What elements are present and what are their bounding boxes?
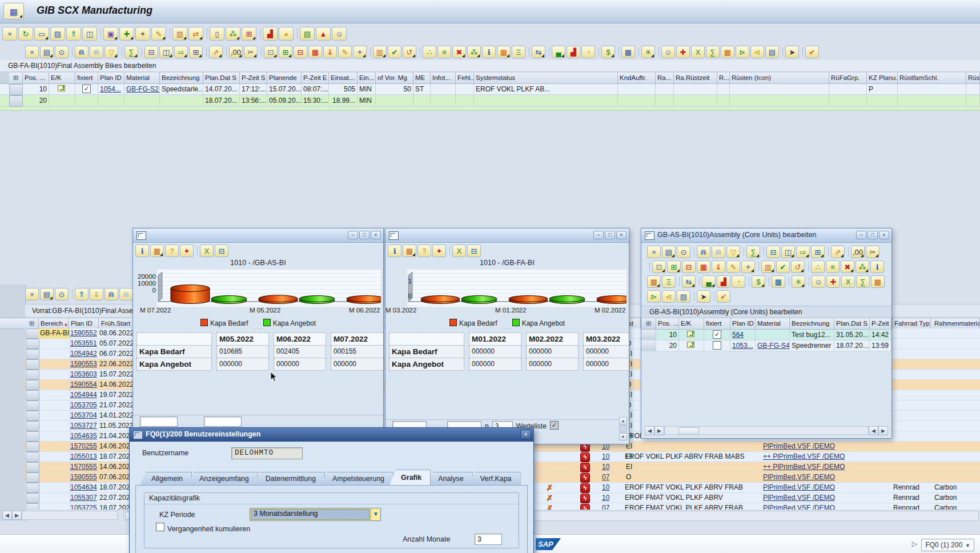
row-selector[interactable]	[26, 452, 39, 462]
settings-button[interactable]: ✦	[353, 46, 367, 58]
cut-button[interactable]: ✂	[866, 246, 879, 258]
maximize-button[interactable]: □	[867, 231, 878, 239]
selector-header[interactable]: ⊞	[9, 72, 23, 84]
plprimbed-link[interactable]: ++ PlPrimBed.VSF /DEMO	[763, 463, 845, 471]
insert-row-button[interactable]: ⊞	[279, 46, 292, 58]
plan-id-link[interactable]: 1055307	[70, 494, 97, 502]
refresh-pair-button[interactable]: ⇆	[532, 46, 545, 58]
row-selector[interactable]	[9, 84, 23, 95]
exception-link[interactable]: 07	[602, 473, 609, 481]
plan-id-link[interactable]: 1570555	[70, 463, 97, 471]
pie-chart-button[interactable]: ◔	[732, 275, 745, 288]
system-field[interactable]: FQ0 (1) 200▼	[921, 539, 974, 551]
fixiert-checkbox[interactable]: ✓	[713, 330, 721, 339]
org-chart-button[interactable]: ⁂	[226, 27, 240, 41]
hierarchy-button[interactable]: ≡	[826, 261, 840, 273]
column-header[interactable]: RüstfamSchl.	[898, 72, 966, 84]
brackets-button[interactable]: Ξ	[512, 46, 525, 58]
hierarchy-button[interactable]: ≡	[437, 46, 451, 58]
row-selector[interactable]	[26, 493, 39, 503]
column-header[interactable]: Material	[756, 318, 790, 330]
find-button[interactable]: ⋒	[105, 288, 118, 300]
print-button[interactable]: ⊟	[766, 246, 780, 258]
column-header[interactable]: Plan ID	[98, 72, 124, 84]
row-selector[interactable]	[26, 483, 39, 493]
screen-layout-button[interactable]: ▤	[662, 246, 676, 258]
org-tree-button[interactable]: ⁂	[856, 261, 869, 273]
column-header[interactable]: Rüstze	[966, 72, 980, 84]
decimals-button[interactable]: ,00	[851, 246, 865, 258]
plprimbed-link[interactable]: PlPrimBed.VSF /DEMO	[763, 473, 835, 481]
calendar-button[interactable]: ▦	[697, 261, 710, 273]
row-selector[interactable]	[26, 462, 39, 472]
user-button[interactable]: ☺	[661, 46, 675, 58]
layout-button[interactable]: ▤	[40, 288, 54, 300]
color-boxes-button[interactable]: ▩	[871, 275, 885, 288]
calendar-period-button[interactable]: ▦	[621, 46, 635, 58]
column-header[interactable]: Infot...	[431, 72, 456, 84]
info-button[interactable]: ℹ	[388, 245, 401, 257]
sum-total-button[interactable]: ∑	[706, 46, 720, 58]
row-selector[interactable]	[26, 431, 39, 442]
sum-total-button[interactable]: ∑	[856, 275, 870, 288]
dialog-title-bar[interactable]: FQ0(1)/200 Benutzereinstellungen ×	[130, 428, 533, 442]
screen-layout-button[interactable]: ▤	[40, 46, 54, 58]
system-menu-button[interactable]: ▦	[3, 3, 24, 19]
hat-button[interactable]: ▲	[316, 27, 331, 41]
row-selector[interactable]	[26, 328, 39, 339]
row-selector[interactable]	[26, 390, 39, 400]
sum-button[interactable]: ∑	[124, 46, 138, 58]
grid-plus-button[interactable]: ⊞	[242, 27, 256, 41]
edit-button[interactable]: ✎	[726, 261, 740, 273]
color-grid-button[interactable]: ▦	[647, 275, 661, 288]
tab[interactable]: Analyse	[427, 472, 472, 485]
plan-id-link[interactable]: 1054942	[70, 350, 97, 358]
tab[interactable]: Anzeigeumfang	[188, 472, 258, 485]
row-selector[interactable]	[26, 359, 39, 370]
find-next-button[interactable]: ⋒	[119, 288, 133, 300]
shuffle-button[interactable]: ✳	[792, 275, 805, 288]
delete-button[interactable]: ✖	[841, 261, 854, 273]
org-tree-button[interactable]: ⁂	[467, 46, 481, 58]
column-header[interactable]: Planende	[267, 72, 302, 84]
shuffle-button[interactable]: ✳	[641, 46, 655, 58]
row-selector[interactable]	[26, 400, 39, 411]
selector-header[interactable]: ⊞	[641, 318, 656, 330]
help-button[interactable]: ?	[165, 245, 179, 257]
column-header[interactable]: Fahrrad Typ	[892, 318, 931, 328]
bar-chart-button[interactable]: ▟	[263, 27, 278, 41]
window-title-bar[interactable]: –□×	[133, 229, 383, 243]
row-selector[interactable]	[641, 330, 656, 340]
zoom-button[interactable]: ⊙	[677, 246, 690, 258]
row-selector[interactable]	[26, 503, 39, 510]
column-header[interactable]: of Vor. Mg	[376, 72, 413, 84]
plan-id-link[interactable]: 1570255	[70, 442, 97, 450]
book-button[interactable]: ▯	[210, 27, 224, 41]
exception-link[interactable]: 10	[602, 483, 609, 491]
org-chart-button[interactable]: ∴	[423, 46, 436, 58]
print-preview-button[interactable]: ◫	[159, 46, 173, 58]
currency-button[interactable]: $	[752, 275, 765, 288]
lock-column-button[interactable]: ⊡	[264, 46, 278, 58]
hbar-chart-button[interactable]: ▄	[552, 46, 565, 58]
column-header[interactable]: Plan.Dat S	[203, 72, 240, 84]
row-selector[interactable]	[26, 442, 39, 452]
find-next-button[interactable]: ⋒	[90, 46, 103, 58]
swap-button[interactable]: ⇄	[188, 27, 203, 41]
column-header[interactable]: ME	[413, 72, 431, 84]
material-link[interactable]: GB-FG-S2...	[126, 85, 160, 93]
find-next-button[interactable]: ⋒	[712, 246, 725, 258]
transport-button[interactable]: ✔	[717, 290, 730, 303]
org-chart-button[interactable]: ∴	[811, 261, 825, 273]
delete-row-button[interactable]: ⊟	[682, 261, 696, 273]
close-button[interactable]: ×	[25, 46, 39, 58]
plan-id-link[interactable]: 1590555	[70, 473, 97, 481]
column-header[interactable]: Einsat...	[329, 72, 358, 84]
clipboard-button[interactable]: ▥	[761, 261, 775, 273]
table-row[interactable]: 10 ✓ 564 Test bug12... 31.05.20... 14:42	[641, 330, 891, 340]
column-header[interactable]: Material	[124, 72, 160, 84]
familie-input[interactable]	[140, 416, 178, 427]
plprimbed-link[interactable]: PlPrimBed.VSF /DEMO	[763, 494, 835, 502]
expand-button[interactable]: ⇗	[209, 46, 223, 58]
flip-button[interactable]: ↺	[791, 261, 805, 273]
